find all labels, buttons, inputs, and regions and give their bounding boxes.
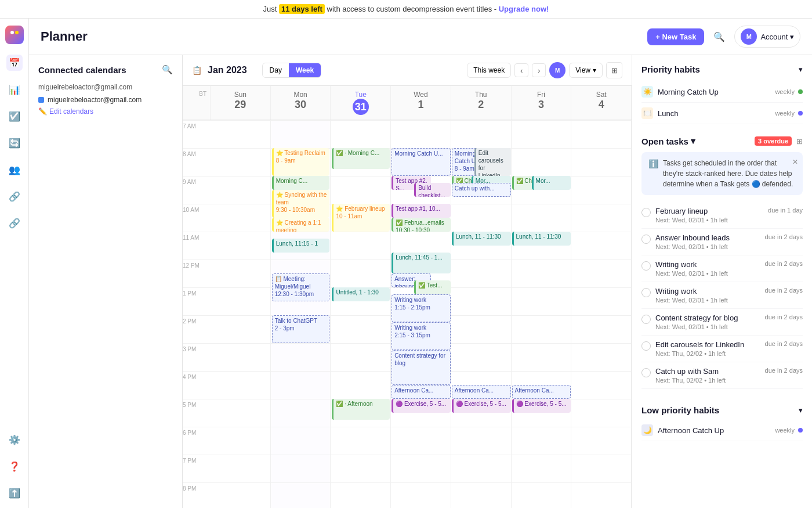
calendar-event[interactable]: Build checklist... [414,183,451,197]
cal-cell-0-4[interactable] [451,120,512,148]
task-check-4[interactable] [641,315,651,324]
cal-cell-3-5[interactable] [512,204,572,232]
cal-cell-11-5[interactable] [512,427,572,455]
cal-cell-3-0[interactable] [211,204,271,232]
cal-cell-8-1[interactable] [271,343,331,371]
calendar-event[interactable]: 📋 Meeting: Miguel/Miguel 12:30 - 1:30pm [272,273,330,301]
calendar-event[interactable]: Lunch, 11 - 11:30 [512,232,571,246]
nav-check-icon[interactable]: ☑️ [6,108,23,124]
calendar-event[interactable]: Lunch, 11:15 - 1 [272,239,330,253]
cal-cell-11-3[interactable] [391,427,451,455]
task-check-2[interactable] [641,261,651,271]
cal-cell-12-4[interactable] [451,455,512,482]
calendar-event[interactable]: ⭐ Testing Reclaim 8 - 9am [272,148,330,176]
cal-cell-1-6[interactable] [571,148,632,176]
cal-cell-12-1[interactable] [271,455,331,482]
cal-cell-12-2[interactable] [331,455,391,482]
info-close-button[interactable]: ✕ [792,157,798,167]
cal-cell-6-5[interactable] [512,287,572,315]
nav-chart-icon[interactable]: 📊 [6,81,23,98]
task-check-6[interactable] [641,368,651,377]
prev-arrow[interactable]: ‹ [514,63,528,77]
cal-cell-7-5[interactable] [512,315,572,343]
calendar-event[interactable]: ⭐ Syncing with the team 9:30 - 10:30am [272,190,330,218]
cal-cell-1-0[interactable] [211,148,271,176]
cal-cell-9-1[interactable] [271,371,331,399]
grid-view-button[interactable]: ⊞ [606,62,622,78]
search-button[interactable]: 🔍 [711,29,727,45]
cal-cell-0-2[interactable] [331,120,391,148]
calendar-event[interactable]: Afternoon Ca... [392,385,451,399]
calendar-event[interactable]: Edit carousels for LinkedIn [474,148,511,176]
new-task-button[interactable]: + New Task [647,28,704,45]
cal-cell-13-0[interactable] [211,482,271,508]
sidebar-search-icon[interactable]: 🔍 [162,64,173,75]
cal-cell-4-0[interactable] [211,232,271,260]
task-check-5[interactable] [641,341,651,351]
cal-cell-6-4[interactable] [451,287,512,315]
cal-cell-9-0[interactable] [211,371,271,399]
cal-cell-10-0[interactable] [211,399,271,427]
cal-cell-13-4[interactable] [451,482,512,508]
cal-cell-3-6[interactable] [571,204,632,232]
cal-cell-13-5[interactable] [512,482,572,508]
nav-people-icon[interactable]: 👥 [6,161,23,178]
cal-cell-6-6[interactable] [571,287,632,315]
day-view-button[interactable]: Day [263,63,289,77]
cal-cell-8-2[interactable] [331,343,391,371]
calendar-event[interactable]: 🟣 Exercise, 5 - 5... [512,399,571,413]
task-check-1[interactable] [641,235,651,244]
nav-repeat-icon[interactable]: 🔄 [6,135,23,151]
calendar-event[interactable]: 🟣 Exercise, 5 - 5... [392,399,451,413]
cal-cell-7-0[interactable] [211,315,271,343]
cal-cell-11-6[interactable] [571,427,632,455]
next-arrow[interactable]: › [532,63,546,77]
calendar-event[interactable]: ✅ · Morning C... [332,148,390,169]
cal-cell-5-6[interactable] [571,260,632,287]
cal-cell-5-4[interactable] [451,260,512,287]
cal-cell-0-3[interactable] [391,120,451,148]
cal-cell-2-6[interactable] [571,176,632,204]
calendar-event[interactable]: Test app #1, 10... [392,204,451,218]
cal-cell-1-5[interactable] [512,148,572,176]
cal-cell-9-6[interactable] [571,371,632,399]
cal-cell-8-0[interactable] [211,343,271,371]
cal-cell-11-0[interactable] [211,427,271,455]
upgrade-link[interactable]: Upgrade now! [499,5,549,13]
calendar-event[interactable]: ✅ Test... [414,280,451,294]
cal-cell-2-0[interactable] [211,176,271,204]
cal-cell-4-2[interactable] [331,232,391,260]
calendar-event[interactable]: 🟣 Exercise, 5 - 5... [452,399,511,413]
cal-cell-7-4[interactable] [451,315,512,343]
cal-cell-11-2[interactable] [331,427,391,455]
cal-cell-0-0[interactable] [211,120,271,148]
cal-cell-12-3[interactable] [391,455,451,482]
cal-cell-5-0[interactable] [211,260,271,287]
calendar-event[interactable]: Mor... [532,176,571,190]
view-dropdown-button[interactable]: View ▾ [569,63,603,78]
cal-cell-11-1[interactable] [271,427,331,455]
cal-cell-12-0[interactable] [211,455,271,482]
calendar-event[interactable]: Afternoon Ca... [512,385,571,399]
cal-cell-0-6[interactable] [571,120,632,148]
cal-cell-13-1[interactable] [271,482,331,508]
nav-upload-icon[interactable]: ⬆️ [6,485,23,501]
cal-cell-0-5[interactable] [512,120,572,148]
account-button[interactable]: M Account ▾ [734,26,800,48]
week-view-button[interactable]: Week [289,63,321,77]
cal-cell-13-2[interactable] [331,482,391,508]
nav-link-icon[interactable]: 🔗 [6,215,23,231]
cal-cell-4-6[interactable] [571,232,632,260]
cal-cell-2-2[interactable] [331,176,391,204]
cal-cell-8-4[interactable] [451,343,512,371]
cal-cell-5-5[interactable] [512,260,572,287]
calendar-event[interactable]: Afternoon Ca... [452,385,511,399]
nav-integration-icon[interactable]: 🔗 [6,188,23,204]
cal-cell-7-6[interactable] [571,315,632,343]
calendar-event[interactable]: Talk to ChatGPT 2 - 3pm [272,315,330,343]
cal-cell-8-6[interactable] [571,343,632,371]
nav-help-icon[interactable]: ❓ [6,458,23,474]
calendar-event[interactable]: ⭐ February lineup 10 - 11am [332,204,390,232]
calendar-event[interactable]: Content strategy for blog [392,350,451,385]
cal-cell-3-4[interactable] [451,204,512,232]
